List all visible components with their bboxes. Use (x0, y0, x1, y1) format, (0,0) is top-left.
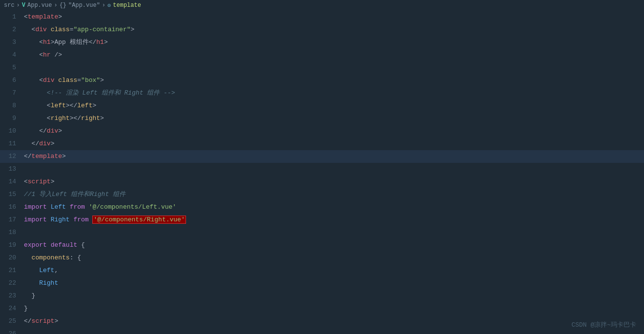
bc-arrow-2: › (54, 2, 57, 9)
code-content-21: Left, (22, 264, 644, 277)
code-content-26 (22, 328, 644, 334)
line-number-16: 16 (0, 201, 22, 214)
line-number-12: 12 (0, 150, 22, 163)
line-number-24: 24 (0, 302, 22, 315)
bc-arrow-1: › (17, 2, 20, 9)
code-line-1: 1 <template> (0, 11, 644, 23)
code-line-25: 25 </script> (0, 315, 644, 328)
code-content-18 (22, 226, 644, 239)
code-content-17: import Right from '@/components/Right.vu… (22, 214, 644, 226)
line-number-14: 14 (0, 176, 22, 188)
line-number-25: 25 (0, 315, 22, 328)
code-content-2: <div class="app-container"> (22, 23, 644, 36)
line-number-1: 1 (0, 11, 22, 23)
bc-braces: {} (60, 2, 66, 9)
code-content-19: export default { (22, 239, 644, 252)
code-line-3: 3 <h1>App 根组件</h1> (0, 36, 644, 49)
code-content-5 (22, 61, 644, 74)
code-line-23: 23 } (0, 290, 644, 302)
code-line-21: 21 Left, (0, 264, 644, 277)
code-content-22: Right (22, 277, 644, 290)
code-content-15: //1 导入Left 组件和Right 组件 (22, 188, 644, 201)
code-content-11: </div> (22, 138, 644, 150)
code-line-10: 10 </div> (0, 125, 644, 138)
code-line-7: 7 <!-- 渲染 Left 组件和 Right 组件 --> (0, 87, 644, 99)
breadcrumb-bar: src › V App.vue › {} "App.vue" › ⊙ templ… (0, 0, 644, 11)
line-number-10: 10 (0, 125, 22, 138)
code-content-24: } (22, 302, 644, 315)
line-number-5: 5 (0, 61, 22, 74)
code-line-12: 12 </template> (0, 150, 644, 163)
code-line-11: 11 </div> (0, 138, 644, 150)
line-number-4: 4 (0, 49, 22, 61)
bc-symbol-icon: ⊙ (107, 2, 111, 9)
line-number-26: 26 (0, 328, 22, 334)
code-line-26: 26 (0, 328, 644, 334)
line-number-17: 17 (0, 214, 22, 226)
code-line-22: 22 Right (0, 277, 644, 290)
bc-file: App.vue (27, 2, 52, 9)
line-number-20: 20 (0, 252, 22, 264)
line-number-3: 3 (0, 36, 22, 49)
code-line-4: 4 <hr /> (0, 49, 644, 61)
line-number-7: 7 (0, 87, 22, 99)
bc-template: template (113, 2, 141, 9)
line-number-18: 18 (0, 226, 22, 239)
code-content-9: <right></right> (22, 112, 644, 125)
code-line-24: 24 } (0, 302, 644, 315)
code-line-13: 13 (0, 163, 644, 176)
bc-vue-icon: V (22, 2, 25, 9)
bc-arrow-3: › (102, 2, 105, 9)
code-content-7: <!-- 渲染 Left 组件和 Right 组件 --> (22, 87, 644, 99)
code-content-23: } (22, 290, 644, 302)
bc-file2: "App.vue" (68, 2, 100, 9)
code-content-20: components: { (22, 252, 644, 264)
code-content-4: <hr /> (22, 49, 644, 61)
code-line-14: 14 <script> (0, 176, 644, 188)
line-number-23: 23 (0, 290, 22, 302)
code-content-14: <script> (22, 176, 644, 188)
code-line-8: 8 <left></left> (0, 99, 644, 112)
code-content-13 (22, 163, 644, 176)
line-number-22: 22 (0, 277, 22, 290)
line-number-15: 15 (0, 188, 22, 201)
code-line-5: 5 (0, 61, 644, 74)
line-number-6: 6 (0, 74, 22, 87)
code-line-19: 19 export default { (0, 239, 644, 252)
line-number-11: 11 (0, 138, 22, 150)
code-content-10: </div> (22, 125, 644, 138)
watermark: CSDN @凉拌~玛卡巴卡 (571, 320, 636, 329)
code-line-9: 9 <right></right> (0, 112, 644, 125)
code-content-8: <left></left> (22, 99, 644, 112)
code-line-20: 20 components: { (0, 252, 644, 264)
code-content-3: <h1>App 根组件</h1> (22, 36, 644, 49)
code-content-1: <template> (22, 11, 644, 23)
line-number-8: 8 (0, 99, 22, 112)
line-number-13: 13 (0, 163, 22, 176)
code-line-16: 16 import Left from '@/components/Left.v… (0, 201, 644, 214)
code-line-17: 17 import Right from '@/components/Right… (0, 214, 644, 226)
code-content-16: import Left from '@/components/Left.vue' (22, 201, 644, 214)
code-content-25: </script> (22, 315, 644, 328)
bc-src: src (4, 2, 15, 9)
editor-area: 1 <template> 2 <div class="app-container… (0, 11, 644, 334)
line-number-19: 19 (0, 239, 22, 252)
line-number-21: 21 (0, 264, 22, 277)
code-content-12: </template> (22, 150, 644, 163)
code-content-6: <div class="box"> (22, 74, 644, 87)
code-line-15: 15 //1 导入Left 组件和Right 组件 (0, 188, 644, 201)
code-line-18: 18 (0, 226, 644, 239)
code-line-2: 2 <div class="app-container"> (0, 23, 644, 36)
line-number-2: 2 (0, 23, 22, 36)
line-number-9: 9 (0, 112, 22, 125)
code-line-6: 6 <div class="box"> (0, 74, 644, 87)
